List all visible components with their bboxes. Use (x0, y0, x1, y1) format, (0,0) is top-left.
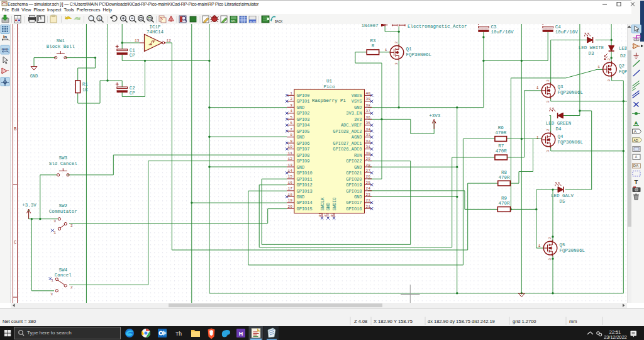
svg-text:BOM: BOM (250, 20, 256, 23)
svg-text:T: T (635, 179, 638, 185)
svg-text:DA: DA (633, 164, 639, 167)
svg-text:in: in (3, 35, 7, 39)
svg-text:NTL: NTL (231, 20, 236, 23)
svg-text:mm: mm (1, 47, 9, 51)
svg-text:A: A (635, 120, 638, 126)
svg-text:23/12/2022: 23/12/2022 (604, 334, 627, 340)
svg-text:Th: Th (175, 331, 182, 337)
svg-text:AD: AD (633, 139, 638, 142)
svg-text:H: H (239, 331, 243, 337)
svg-text:BACK: BACK (275, 20, 282, 23)
